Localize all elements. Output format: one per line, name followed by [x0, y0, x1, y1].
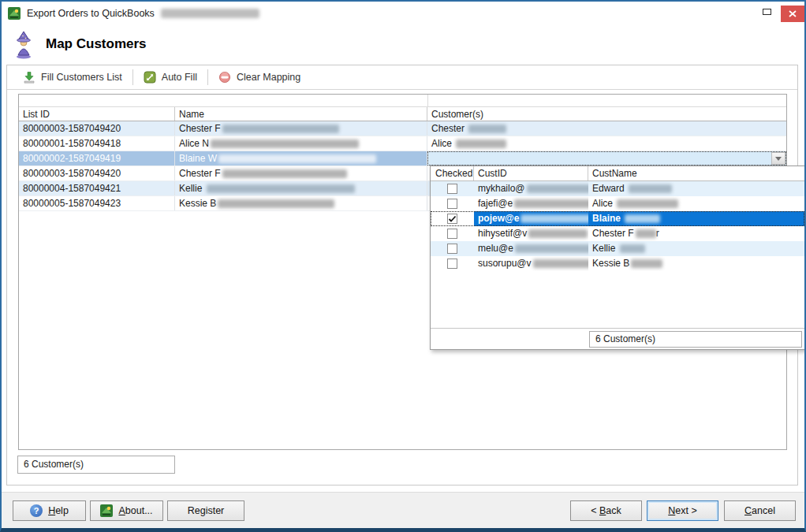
page-title: Map Customers [46, 36, 147, 52]
cell-cust-name[interactable]: Alice [588, 196, 804, 211]
grid-row[interactable]: 80000002-1587049419Blaine W [19, 151, 786, 166]
column-header-name[interactable]: Name [175, 107, 427, 121]
cell-cust-id[interactable]: hihysetif@v [474, 226, 588, 241]
cell-cust-id[interactable]: mykhailo@ [474, 181, 588, 196]
dropdown-column-checked[interactable]: Checked [431, 166, 474, 180]
auto-fill-label: Auto Fill [162, 72, 197, 83]
about-icon [100, 504, 113, 517]
toolbar: Fill Customers List Auto Fill Clear Mapp… [7, 65, 797, 90]
dropdown-row[interactable]: melu@eKellie [431, 241, 804, 256]
customer-dropdown-popup: Checked CustID CustName mykhailo@Edward … [430, 166, 805, 350]
cell-list-id[interactable]: 80000004-1587049421 [19, 181, 175, 195]
toolbar-separator [207, 69, 208, 85]
dropdown-record-count-box: 6 Customer(s) [589, 331, 802, 348]
cell-name[interactable]: Kellie [175, 181, 427, 195]
auto-fill-icon [144, 71, 156, 84]
clear-mapping-label: Clear Mapping [237, 72, 300, 83]
cell-cust-id[interactable]: fajefi@e [474, 196, 588, 211]
grid-row[interactable]: 80000001-1587049418Alice NAlice [19, 136, 786, 151]
cell-checked[interactable] [431, 211, 474, 226]
dropdown-footer: 6 Customer(s) [431, 328, 804, 349]
checkbox-unchecked[interactable] [447, 229, 457, 239]
cell-list-id[interactable]: 80000003-1587049420 [19, 121, 175, 136]
cell-name[interactable]: Chester F [175, 121, 427, 136]
cell-cust-name[interactable]: Edward [588, 181, 804, 196]
cell-cust-id[interactable]: susorupu@v [474, 256, 588, 271]
cell-checked[interactable] [431, 256, 474, 271]
checkmark-icon [448, 215, 457, 223]
chevron-down-icon [775, 157, 782, 161]
dropdown-row[interactable]: hihysetif@vChester Fr [431, 226, 804, 241]
cell-cust-name[interactable]: Blaine [588, 211, 804, 226]
app-icon [8, 7, 21, 20]
checkbox-unchecked[interactable] [447, 199, 457, 209]
cell-checked[interactable] [431, 181, 474, 196]
checkbox-unchecked[interactable] [447, 259, 457, 269]
register-button[interactable]: Register [167, 500, 244, 521]
combobox-dropdown-button[interactable] [771, 152, 785, 165]
cell-checked[interactable] [431, 196, 474, 211]
cell-name[interactable]: Chester F [175, 166, 427, 180]
clear-mapping-button[interactable]: Clear Mapping [215, 71, 304, 84]
cell-list-id[interactable]: 80000001-1587049418 [19, 136, 175, 151]
bottom-button-bar: ? Help About... Register < Back Next > C… [2, 492, 804, 528]
cell-cust-name[interactable]: Kellie [588, 241, 804, 256]
checkbox-checked[interactable] [447, 214, 457, 224]
help-button[interactable]: ? Help [13, 500, 86, 521]
record-count-box: 6 Customer(s) [17, 456, 175, 474]
dropdown-row[interactable]: pojew@eBlaine [431, 211, 804, 226]
cell-name[interactable]: Alice N [175, 136, 427, 151]
about-button[interactable]: About... [90, 500, 163, 521]
checkbox-unchecked[interactable] [447, 184, 457, 194]
cell-list-id[interactable]: 80000002-1587049419 [19, 151, 175, 166]
cell-cust-id[interactable]: melu@e [474, 241, 588, 256]
grid-band-row [19, 95, 786, 107]
cell-cust-name[interactable]: Kessie B [588, 256, 804, 271]
toolbar-separator [132, 69, 133, 85]
grid-header-row: List ID Name Customer(s) [19, 107, 786, 121]
cell-cust-name[interactable]: Chester Fr [588, 226, 804, 241]
cell-name[interactable]: Blaine W [175, 151, 427, 166]
checkbox-unchecked[interactable] [447, 244, 457, 254]
next-button[interactable]: Next > [647, 500, 718, 521]
close-button[interactable] [781, 6, 804, 22]
cell-customers[interactable]: Alice [427, 136, 786, 151]
dropdown-row[interactable]: fajefi@eAlice [431, 196, 804, 211]
cell-name[interactable]: Kessie B [175, 196, 427, 210]
wizard-icon [13, 31, 35, 62]
export-orders-window: Export Orders to QuickBooks Map Customer… [0, 0, 806, 532]
column-header-customers[interactable]: Customer(s) [427, 107, 786, 121]
back-button[interactable]: < Back [570, 500, 642, 521]
customer-combobox-editor[interactable] [427, 151, 786, 166]
cancel-button[interactable]: Cancel [724, 500, 796, 521]
auto-fill-button[interactable]: Auto Fill [140, 71, 200, 84]
fill-customers-list-button[interactable]: Fill Customers List [20, 71, 125, 84]
clear-mapping-icon [218, 71, 231, 84]
window-title-redacted [161, 9, 259, 18]
fill-customers-icon [23, 71, 35, 84]
dropdown-row[interactable]: mykhailo@Edward [431, 181, 804, 196]
cell-list-id[interactable]: 80000003-1587049420 [19, 166, 175, 180]
dropdown-column-custid[interactable]: CustID [474, 166, 588, 180]
cell-checked[interactable] [431, 241, 474, 256]
cell-customers[interactable]: Chester [427, 121, 786, 136]
back-label: < Back [591, 505, 621, 516]
cell-checked[interactable] [431, 226, 474, 241]
dropdown-row[interactable]: susorupu@vKessie B [431, 256, 804, 271]
close-icon [789, 10, 797, 17]
help-icon: ? [30, 504, 43, 517]
fill-customers-list-label: Fill Customers List [41, 72, 122, 83]
dropdown-column-custname[interactable]: CustName [588, 166, 803, 180]
register-label: Register [188, 505, 225, 516]
dropdown-header-row: Checked CustID CustName [431, 166, 804, 181]
next-label: Next > [668, 505, 696, 516]
about-label: About... [118, 505, 152, 516]
dropdown-rows: mykhailo@Edward fajefi@eAlice pojew@eBla… [431, 181, 804, 271]
cell-list-id[interactable]: 80000005-1587049423 [19, 196, 175, 210]
minimize-icon[interactable] [763, 9, 771, 15]
cell-cust-id[interactable]: pojew@e [474, 211, 588, 226]
page-header: Map Customers [2, 25, 804, 65]
column-header-list-id[interactable]: List ID [19, 107, 175, 121]
grid-row[interactable]: 80000003-1587049420Chester FChester [19, 121, 786, 136]
window-title: Export Orders to QuickBooks [27, 8, 155, 19]
